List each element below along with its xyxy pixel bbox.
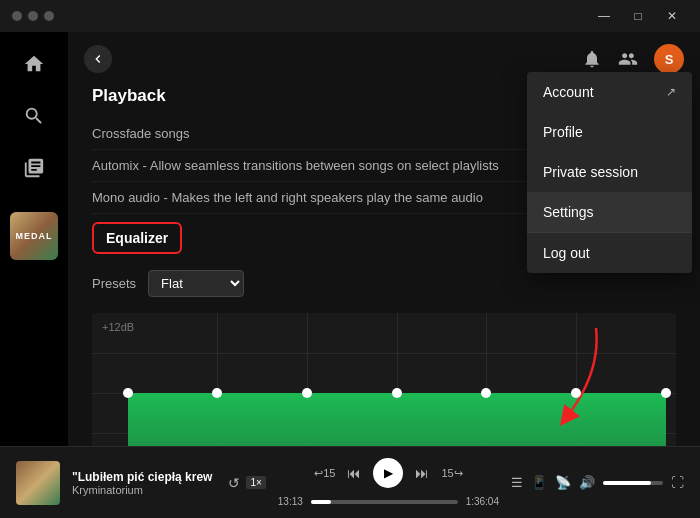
time-elapsed: 13:13 [278,496,303,507]
album-label: MEDAL [16,231,53,241]
eq-dot-2[interactable] [302,388,312,398]
device-button[interactable]: 📱 [531,475,547,490]
dropdown-settings-label: Settings [543,204,594,220]
time-total: 1:36:04 [466,496,499,507]
friends-button[interactable] [618,49,638,69]
sidebar-item-library[interactable] [18,152,50,184]
player-progress: 13:13 1:36:04 [278,496,499,507]
close-button[interactable]: ✕ [656,5,688,27]
title-bar-dots [12,11,54,21]
player-info: "Lubiłem pić ciepłą krew Kryminatorium [72,470,212,496]
volume-bar[interactable] [603,481,663,485]
dropdown-profile-label: Profile [543,124,583,140]
title-bar-controls: — □ ✕ [588,5,688,27]
equalizer-button[interactable]: Equalizer [92,222,182,254]
main-content: S Playback Crossfade songs Automix - All… [68,32,700,446]
player-thumbnail [16,461,60,505]
volume-button[interactable]: 🔊 [579,475,595,490]
forward15-button[interactable]: 15↪ [441,467,462,480]
presets-label: Presets [92,276,136,291]
eq-fill [128,395,666,446]
minimize-button[interactable]: — [588,5,620,27]
eq-dot-6[interactable] [661,388,671,398]
progress-bar[interactable] [311,500,458,504]
player-controls: ↩15 ⏮ ▶ ⏭ 15↪ 13:13 1:36:04 [278,458,499,507]
back-button[interactable] [84,45,112,73]
dropdown-item-logout[interactable]: Log out [527,233,692,273]
queue-button[interactable]: ☰ [511,475,523,490]
external-link-icon: ↗ [666,85,676,99]
title-bar: — □ ✕ [0,0,700,32]
dot-3 [44,11,54,21]
speed-badge: 1× [246,476,265,489]
eq-chart: +12dB -12dB [92,313,676,446]
next-button[interactable]: ⏭ [415,465,429,481]
sidebar: MEDAL [0,32,68,446]
fullscreen-button[interactable]: ⛶ [671,475,684,490]
progress-bar-fill [311,500,332,504]
eq-dot-1[interactable] [212,388,222,398]
sidebar-item-search[interactable] [18,100,50,132]
app-layout: MEDAL S Playback Crossfade songs Auto [0,32,700,446]
dropdown-item-profile[interactable]: Profile [527,112,692,152]
bell-button[interactable] [582,49,602,69]
top-bar-right: S [582,44,684,74]
replay15-button[interactable]: ↩15 [314,467,335,480]
dropdown-item-private-session[interactable]: Private session [527,152,692,192]
player-title: "Lubiłem pić ciepłą krew [72,470,212,484]
prev-button[interactable]: ⏮ [347,465,361,481]
dropdown-logout-label: Log out [543,245,590,261]
dropdown-account-label: Account [543,84,594,100]
player-buttons: ↩15 ⏮ ▶ ⏭ 15↪ [314,458,463,488]
loop-button[interactable]: ↺ [228,475,240,491]
presets-row: Presets Flat Classical Deep Electronic H… [92,270,676,297]
eq-dot-3[interactable] [392,388,402,398]
volume-bar-fill [603,481,651,485]
eq-label-top: +12dB [102,321,134,333]
maximize-button[interactable]: □ [622,5,654,27]
play-pause-button[interactable]: ▶ [373,458,403,488]
dot-1 [12,11,22,21]
sidebar-album[interactable]: MEDAL [10,212,58,260]
eq-dot-4[interactable] [481,388,491,398]
dropdown-item-settings[interactable]: Settings [527,192,692,232]
dropdown-item-account[interactable]: Account ↗ [527,72,692,112]
player-right: ☰ 📱 📡 🔊 ⛶ [511,475,684,490]
dot-2 [28,11,38,21]
airplay-button[interactable]: 📡 [555,475,571,490]
eq-dot-0[interactable] [123,388,133,398]
player-artist: Kryminatorium [72,484,212,496]
eq-dot-5[interactable] [571,388,581,398]
grid-line-1 [92,353,676,354]
dropdown-menu: Account ↗ Profile Private session Settin… [527,72,692,273]
presets-select[interactable]: Flat Classical Deep Electronic Hip-Hop J… [148,270,244,297]
user-avatar[interactable]: S [654,44,684,74]
dropdown-private-label: Private session [543,164,638,180]
sidebar-item-home[interactable] [18,48,50,80]
player-extra-controls: ↺ 1× [228,475,265,491]
player-bar: "Lubiłem pić ciepłą krew Kryminatorium ↺… [0,446,700,518]
